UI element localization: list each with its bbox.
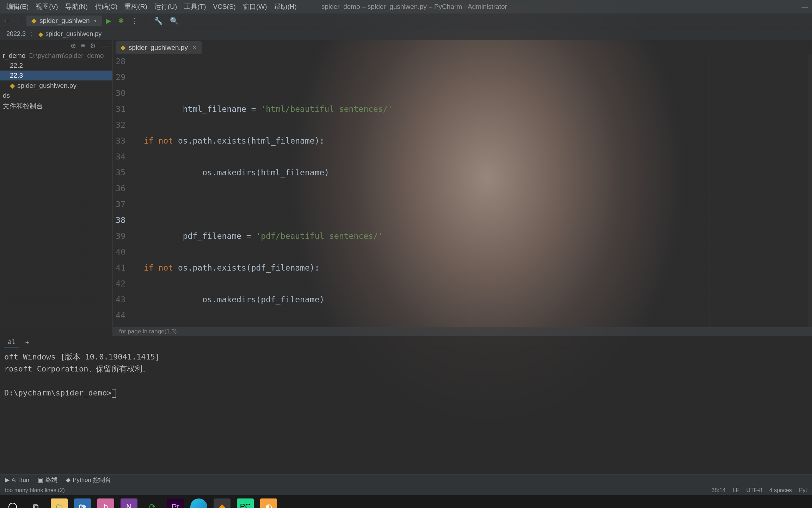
tree-item-label: 文件和控制台 [3,102,43,111]
taskbar-explorer-icon[interactable]: 🗂 [51,498,68,508]
menu-help[interactable]: 帮助(H) [270,2,300,11]
menu-refactor[interactable]: 重构(R) [121,2,150,11]
tool-tab-run[interactable]: ▶4: Run [5,476,29,484]
collapse-icon[interactable]: ≡ [81,42,85,49]
tree-item[interactable]: ds [0,91,112,101]
error-stripe[interactable] [808,54,812,327]
tool-window-tabs: ▶4: Run ▣终端 ◆Python 控制台 [0,474,812,485]
taskbar-edge-icon[interactable] [190,498,207,508]
menu-bar: 编辑(E) 视图(V) 导航(N) 代码(C) 重构(R) 运行(U) 工具(T… [0,0,812,13]
breadcrumb-file[interactable]: spider_gushiwen.py [45,30,102,38]
taskbar-app-icon[interactable]: b [97,498,114,508]
terminal-panel: al + oft Windows [版本 10.0.19041.1415] ro… [0,336,812,474]
taskbar-cortana-icon[interactable] [4,498,21,508]
main-content: ⊕ ≡ ⚙ — r_demo D:\pycharm\spider_demo 22… [0,40,812,336]
language-indicator[interactable]: Pyt [799,487,807,494]
search-icon[interactable]: 🔍 [170,17,179,25]
taskbar-sublime-icon[interactable]: ◆ [214,498,230,508]
code-editor[interactable]: 2829303132333435363738394041424344 html_… [113,54,812,327]
taskbar-onenote-icon[interactable]: N [121,498,137,508]
menu-window[interactable]: 窗口(W) [239,2,271,11]
file-encoding[interactable]: UTF-8 [746,487,762,494]
python-file-icon: ◆ [38,30,43,38]
run-config-selector[interactable]: ◆ spider_gushiwen ▼ [26,16,102,26]
tree-item-label: 22.3 [10,72,23,79]
taskbar-refresh-icon[interactable]: ⟳ [144,498,161,508]
code-minimap[interactable] [709,54,808,327]
tree-root-label: r_demo [3,52,25,60]
tree-item-label: spider_gushiwen.py [17,82,76,90]
locate-icon[interactable]: ⊕ [70,42,76,50]
tree-root-path: D:\pycharm\spider_demo [29,52,104,60]
code-breadcrumb[interactable]: for page in range(1,3) [113,327,812,336]
chevron-down-icon: ▼ [93,18,98,23]
window-title: spider_demo – spider_gushiwen.py – PyCha… [321,3,507,11]
python-file-icon: ◆ [31,17,37,25]
status-message: too many blank lines (2) [5,487,65,494]
taskbar-app-icon[interactable]: ◐ [260,498,277,508]
status-bar: too many blank lines (2) 38:14 LF UTF-8 … [0,485,812,495]
menu-code[interactable]: 代码(C) [91,2,121,11]
run-button[interactable]: ▶ [106,17,111,25]
line-gutter: 2829303132333435363738394041424344 [113,54,130,327]
play-icon: ▶ [5,476,10,484]
separator [22,17,22,25]
indent-settings[interactable]: 4 spaces [769,487,792,494]
tree-item[interactable]: ◆ spider_gushiwen.py [0,80,112,91]
tree-item-label: ds [3,92,10,99]
windows-taskbar: ⧉ 🗂 🛍 b N ⟳ Pr ◆ PC ◐ [0,495,812,508]
terminal-prompt: D:\pycharm\spider_demo> [4,388,112,397]
taskbar-store-icon[interactable]: 🛍 [74,498,91,508]
python-icon: ◆ [66,476,70,484]
window-minimize-button[interactable]: — [798,0,812,13]
terminal-icon: ▣ [38,476,43,484]
terminal-tab-local[interactable]: al [4,337,19,347]
editor-tabs: ◆ spider_gushiwen.py ✕ [113,40,812,54]
tree-item[interactable]: 22.2 [0,61,112,71]
chevron-right-icon: 〉 [30,30,36,38]
taskbar-taskview-icon[interactable]: ⧉ [27,498,44,508]
tool-tab-python-console[interactable]: ◆Python 控制台 [66,476,111,484]
hide-icon[interactable]: — [101,42,107,49]
taskbar-pycharm-icon[interactable]: PC [237,498,254,508]
tree-item-label: 22.2 [10,62,23,69]
tab-label: spider_gushiwen.py [129,44,188,52]
menu-tools[interactable]: 工具(T) [180,2,209,11]
project-tool-window[interactable]: ⊕ ≡ ⚙ — r_demo D:\pycharm\spider_demo 22… [0,40,113,336]
run-config-label: spider_gushiwen [39,17,90,25]
tool-tab-label: 终端 [45,476,57,484]
tree-item[interactable]: 文件和控制台 [0,101,112,112]
editor-area: ◆ spider_gushiwen.py ✕ 28293031323334353… [113,40,812,336]
settings-wrench-icon[interactable]: 🔧 [154,17,163,25]
tool-tab-terminal[interactable]: ▣终端 [38,476,57,484]
navigation-breadcrumb: 2022.3 〉 ◆ spider_gushiwen.py [0,28,812,40]
terminal-line: oft Windows [版本 10.0.19041.1415] [4,352,160,361]
editor-tab-active[interactable]: ◆ spider_gushiwen.py ✕ [116,41,202,54]
terminal-tabs: al + [0,336,812,348]
toolbar: ← ◆ spider_gushiwen ▼ ▶ ✱ ⋮ 🔧 🔍 [0,13,812,28]
line-separator[interactable]: LF [733,487,739,494]
gear-icon[interactable]: ⚙ [90,42,96,50]
code-content[interactable]: html_filename = 'html/beautiful sentence… [130,54,709,327]
debug-button[interactable]: ✱ [118,17,124,25]
menu-run[interactable]: 运行(U) [151,2,180,11]
tree-project-root[interactable]: r_demo D:\pycharm\spider_demo [0,51,112,61]
menu-view[interactable]: 视图(V) [32,2,61,11]
tool-tab-label: 4: Run [12,477,29,484]
python-file-icon: ◆ [121,43,126,52]
add-terminal-button[interactable]: + [25,338,29,346]
separator [146,17,146,25]
caret-position[interactable]: 38:14 [712,487,726,494]
back-arrow-icon[interactable]: ← [3,16,11,25]
terminal-output[interactable]: oft Windows [版本 10.0.19041.1415] rosoft … [0,348,812,402]
more-run-icon[interactable]: ⋮ [131,17,138,25]
terminal-line: rosoft Corporation。保留所有权利。 [4,364,150,373]
menu-navigate[interactable]: 导航(N) [62,2,91,11]
python-file-icon: ◆ [10,81,15,90]
menu-vcs[interactable]: VCS(S) [209,3,239,11]
breadcrumb-root[interactable]: 2022.3 [6,30,26,38]
close-icon[interactable]: ✕ [192,44,197,51]
tree-item-selected[interactable]: 22.3 [0,71,112,80]
taskbar-premiere-icon[interactable]: Pr [167,498,184,508]
menu-edit[interactable]: 编辑(E) [3,2,32,11]
